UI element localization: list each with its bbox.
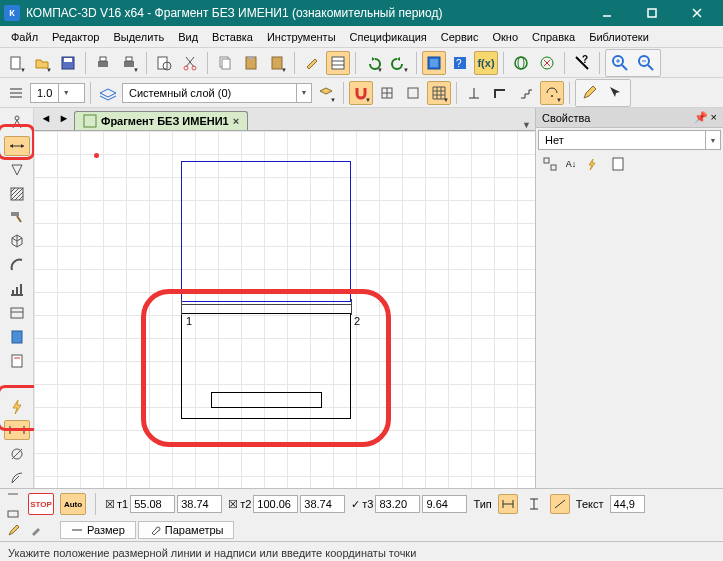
drawing-canvas[interactable]: 1 2 bbox=[34, 130, 535, 488]
maximize-button[interactable] bbox=[629, 0, 674, 26]
open-button[interactable]: ▼ bbox=[30, 51, 54, 75]
tool-spec[interactable] bbox=[4, 351, 30, 371]
arrow-edit-button[interactable] bbox=[604, 81, 628, 105]
menu-file[interactable]: Файл bbox=[4, 29, 45, 45]
magnet-button[interactable]: ▼ bbox=[349, 81, 373, 105]
print-button[interactable] bbox=[91, 51, 115, 75]
line-style-button[interactable] bbox=[4, 81, 28, 105]
snap2-button[interactable] bbox=[401, 81, 425, 105]
menu-libs[interactable]: Библиотеки bbox=[582, 29, 656, 45]
menu-insert[interactable]: Вставка bbox=[205, 29, 260, 45]
tab-size[interactable]: Размер bbox=[60, 521, 136, 539]
menu-edit[interactable]: Редактор bbox=[45, 29, 106, 45]
stop-button[interactable]: STOP bbox=[28, 493, 54, 515]
redo-button[interactable]: ▼ bbox=[387, 51, 411, 75]
t1-x-input[interactable] bbox=[130, 495, 175, 513]
line-width-combo[interactable]: 1.0 ▼ bbox=[30, 83, 85, 103]
menu-help[interactable]: Справка bbox=[525, 29, 582, 45]
grid-button[interactable]: ▼ bbox=[427, 81, 451, 105]
copy-button[interactable] bbox=[213, 51, 237, 75]
minimize-button[interactable] bbox=[584, 0, 629, 26]
layer-icon[interactable] bbox=[96, 81, 120, 105]
prop-doc-button[interactable] bbox=[608, 154, 628, 174]
menu-service[interactable]: Сервис bbox=[434, 29, 486, 45]
tool-hatch[interactable] bbox=[4, 184, 30, 204]
layers2-button[interactable]: ▼ bbox=[314, 81, 338, 105]
tab-params[interactable]: Параметры bbox=[138, 521, 235, 539]
tab-prev-button[interactable]: ◄ bbox=[38, 110, 54, 126]
zoom-out-button[interactable] bbox=[634, 51, 658, 75]
cut-button[interactable] bbox=[178, 51, 202, 75]
t3-x-input[interactable] bbox=[375, 495, 420, 513]
t3-y-input[interactable] bbox=[422, 495, 467, 513]
tool-report[interactable] bbox=[4, 327, 30, 347]
dropdown-icon[interactable]: ▼ bbox=[58, 84, 73, 102]
dim-opt1-button[interactable] bbox=[4, 485, 22, 503]
dropdown-icon[interactable]: ▼ bbox=[296, 84, 311, 102]
tool-linear-dim[interactable] bbox=[4, 420, 30, 440]
panel-close-button[interactable]: × bbox=[711, 111, 717, 124]
document-tab[interactable]: Фрагмент БЕЗ ИМЕНИ1 × bbox=[74, 111, 248, 130]
type-align-button[interactable] bbox=[550, 494, 570, 514]
tab-next-button[interactable]: ► bbox=[56, 110, 72, 126]
filter-combo[interactable]: Нет ▼ bbox=[538, 130, 721, 150]
save-button[interactable] bbox=[56, 51, 80, 75]
auto-button[interactable]: Auto bbox=[60, 493, 86, 515]
round-button[interactable]: ▼ bbox=[540, 81, 564, 105]
brush-button[interactable] bbox=[300, 51, 324, 75]
type-v-button[interactable] bbox=[524, 494, 544, 514]
tool-lightning[interactable] bbox=[4, 397, 30, 417]
tool-arc[interactable] bbox=[4, 255, 30, 275]
tool-text[interactable] bbox=[4, 160, 30, 180]
fx-button[interactable]: f(x) bbox=[474, 51, 498, 75]
globe2-button[interactable] bbox=[535, 51, 559, 75]
tool-dimension[interactable] bbox=[4, 136, 30, 156]
pencil-edit-button[interactable] bbox=[578, 81, 602, 105]
perp-button[interactable] bbox=[462, 81, 486, 105]
type-h-button[interactable] bbox=[498, 494, 518, 514]
lib-button[interactable] bbox=[422, 51, 446, 75]
t2-x-input[interactable] bbox=[253, 495, 298, 513]
new-button[interactable]: ▼ bbox=[4, 51, 28, 75]
tool-compass[interactable] bbox=[4, 112, 30, 132]
prop-lightning-button[interactable] bbox=[582, 154, 602, 174]
checkbox-icon[interactable]: ☒ bbox=[228, 498, 238, 511]
close-button[interactable] bbox=[674, 0, 719, 26]
ortho-button[interactable] bbox=[488, 81, 512, 105]
menu-tools[interactable]: Инструменты bbox=[260, 29, 343, 45]
preview-button[interactable] bbox=[152, 51, 176, 75]
globe-button[interactable] bbox=[509, 51, 533, 75]
sort-cat-button[interactable] bbox=[540, 154, 560, 174]
t1-y-input[interactable] bbox=[177, 495, 222, 513]
undo-button[interactable]: ▼ bbox=[361, 51, 385, 75]
tab-close-button[interactable]: × bbox=[233, 115, 239, 127]
paste2-button[interactable]: ▼ bbox=[265, 51, 289, 75]
brush2-icon[interactable] bbox=[26, 521, 46, 539]
pencil-icon[interactable] bbox=[4, 521, 24, 539]
step-button[interactable] bbox=[514, 81, 538, 105]
dropdown-icon[interactable]: ▼ bbox=[705, 131, 720, 149]
layer-combo[interactable]: Системный слой (0) ▼ bbox=[122, 83, 312, 103]
tool-table[interactable] bbox=[4, 303, 30, 323]
paste-button[interactable] bbox=[239, 51, 263, 75]
tool-hammer[interactable] bbox=[4, 208, 30, 228]
help-button[interactable]: ? bbox=[570, 51, 594, 75]
sort-az-button[interactable]: A↓ bbox=[561, 154, 581, 174]
lock-icon[interactable]: ✓ bbox=[351, 498, 360, 511]
tool-diameter[interactable] bbox=[4, 444, 30, 464]
t2-y-input[interactable] bbox=[300, 495, 345, 513]
print2-button[interactable]: ▼ bbox=[117, 51, 141, 75]
snap-button[interactable] bbox=[375, 81, 399, 105]
checkbox-icon[interactable]: ☒ bbox=[105, 498, 115, 511]
menu-spec[interactable]: Спецификация bbox=[343, 29, 434, 45]
menu-view[interactable]: Вид bbox=[171, 29, 205, 45]
menu-window[interactable]: Окно bbox=[485, 29, 525, 45]
menu-select[interactable]: Выделить bbox=[106, 29, 171, 45]
tab-menu-button[interactable]: ▼ bbox=[522, 120, 531, 130]
panel-pin-button[interactable]: 📌 bbox=[694, 111, 708, 124]
vars-button[interactable]: ? bbox=[448, 51, 472, 75]
tool-3d[interactable] bbox=[4, 231, 30, 251]
text-input[interactable] bbox=[610, 495, 645, 513]
zoom-in-button[interactable] bbox=[608, 51, 632, 75]
tool-chart[interactable] bbox=[4, 279, 30, 299]
